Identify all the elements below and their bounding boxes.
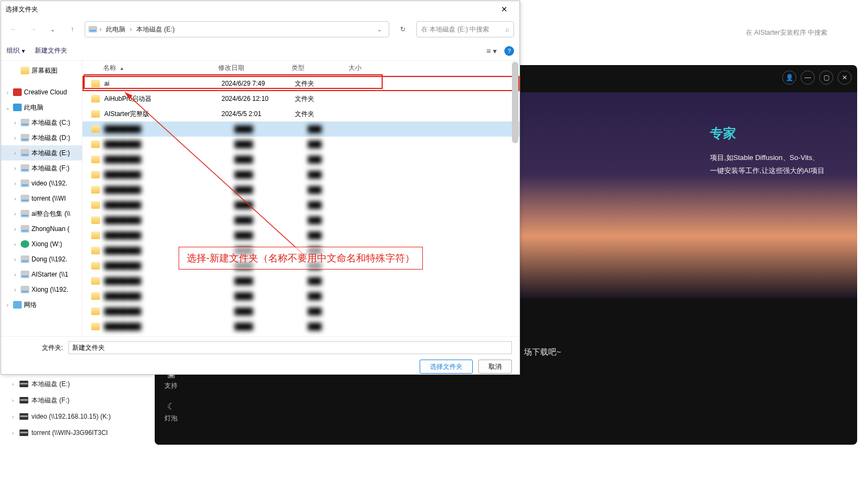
up-button[interactable]: ↑	[65, 22, 79, 36]
tree-item[interactable]: ›本地磁盘 (D:)	[1, 130, 82, 145]
file-row[interactable]: ████████ ████ ███	[83, 137, 519, 152]
folder-icon	[91, 323, 100, 330]
folder-label: 文件夹:	[9, 343, 63, 353]
drive-icon	[20, 397, 28, 403]
folder-dialog: 选择文件夹 ✕ ← → ⌄ ↑ › 此电脑 › 本地磁盘 (E:) ⌄ ↻ 在 …	[1, 1, 520, 375]
tree-item[interactable]: ⌄此电脑	[1, 100, 82, 115]
recent-dropdown[interactable]: ⌄	[46, 22, 60, 36]
column-headers[interactable]: 名称▲ 修改日期 类型 大小	[83, 61, 519, 76]
chevron-icon: ›	[12, 287, 18, 293]
chevron-down-icon: ▾	[22, 47, 25, 55]
tree-item[interactable]: ›ai整合包集 (\\	[1, 206, 82, 221]
user-icon[interactable]: 👤	[782, 71, 796, 85]
chevron-icon: ›	[4, 302, 11, 308]
folder-icon	[91, 216, 100, 224]
scroll-thumb[interactable]	[512, 62, 518, 143]
file-row[interactable]: ████████ ████ ███	[83, 152, 519, 167]
minimize-icon[interactable]: —	[801, 71, 815, 85]
drive-icon	[21, 164, 29, 172]
folder-icon	[91, 262, 100, 270]
file-row[interactable]: AIStarter完整版 2024/5/5 2:01 文件夹	[83, 106, 519, 121]
file-row[interactable]: ████████ ████ ███	[83, 167, 519, 182]
col-type[interactable]: 类型	[286, 63, 343, 73]
select-folder-button[interactable]: 选择文件夹	[420, 360, 473, 374]
breadcrumb-segment[interactable]: 本地磁盘 (E:)	[134, 25, 177, 34]
tree-item[interactable]: ›video (\\192.168.10.15) (K:)	[0, 408, 141, 425]
file-row[interactable]: ████████ ████ ███	[83, 289, 519, 304]
tree-item[interactable]: ›ZhongNuan (	[1, 221, 82, 236]
tree-item[interactable]: ›video (\\192.	[1, 176, 82, 191]
refresh-button[interactable]: ↻	[395, 21, 411, 37]
bg-search[interactable]: 在 AIStarter安装程序 中搜索	[716, 24, 857, 41]
nav-tree[interactable]: 屏幕截图›Creative Cloud⌄此电脑›本地磁盘 (C:)›本地磁盘 (…	[1, 61, 83, 336]
tree-item[interactable]: ›torrent (\\WIN-J3G96IT3CI	[0, 425, 141, 441]
tree-item[interactable]: ›本地磁盘 (F:)	[1, 161, 82, 176]
drive-icon	[21, 180, 29, 187]
tree-label: 本地磁盘 (D:)	[31, 133, 70, 143]
search-icon: ⌕	[505, 25, 509, 33]
tree-label: AIStarter (\\1	[31, 271, 68, 278]
drive-icon	[21, 134, 29, 142]
file-date: 2024/5/5 2:01	[221, 110, 295, 118]
drive-icon	[21, 119, 29, 126]
hero-line: 一键安装等工作,让这些强大的AI项目	[710, 166, 825, 176]
lamp-item[interactable]: ☾灯泡	[164, 401, 178, 423]
tree-label: Xiong (W:)	[31, 240, 62, 248]
tree-item[interactable]: ›Xiong (W:)	[1, 236, 82, 252]
file-row[interactable]: ████████ ████ ███	[83, 228, 519, 243]
file-row[interactable]: ████████ ████ ███	[83, 182, 519, 197]
file-list[interactable]: 名称▲ 修改日期 类型 大小 ai 2024/6/29 7:49 文件夹 AiH…	[83, 61, 519, 336]
breadcrumb-segment[interactable]: 此电脑	[104, 25, 128, 34]
file-row[interactable]: ████████ ████ ███	[83, 273, 519, 289]
file-row[interactable]: ████████ ████ ███	[83, 121, 519, 137]
chevron-icon: ›	[12, 226, 18, 232]
view-button[interactable]: ≡ ▾	[486, 47, 497, 55]
folder-name-input[interactable]	[68, 341, 512, 354]
file-type: 文件夹	[295, 110, 352, 119]
maximize-icon[interactable]: ▢	[819, 71, 833, 85]
tree-item[interactable]: ›torrent (\\WI	[1, 191, 82, 206]
address-bar[interactable]: › 此电脑 › 本地磁盘 (E:) ⌄	[85, 21, 389, 37]
file-row[interactable]: ████████ ████ ███	[83, 213, 519, 228]
tree-item[interactable]: 屏幕截图	[1, 63, 82, 78]
tree-item[interactable]: ›网络	[1, 297, 82, 312]
col-size[interactable]: 大小	[343, 63, 387, 73]
scrollbar[interactable]	[512, 62, 518, 335]
search-input[interactable]: 在 本地磁盘 (E:) 中搜索 ⌕	[416, 21, 514, 37]
col-name[interactable]: 名称▲	[83, 63, 213, 73]
drive-icon	[20, 430, 28, 436]
dialog-footer: 文件夹: 选择文件夹 取消	[1, 336, 519, 374]
close-icon[interactable]: ✕	[838, 71, 852, 85]
file-row[interactable]: AiHubPro启动器 2024/6/26 12:10 文件夹	[83, 91, 519, 106]
drive-icon	[21, 195, 29, 202]
forward-button[interactable]: →	[26, 22, 40, 36]
tree-item[interactable]: ›Creative Cloud	[1, 85, 82, 100]
search-placeholder: 在 本地磁盘 (E:) 中搜索	[421, 25, 489, 34]
tree-item[interactable]: ›AIStarter (\\1	[1, 267, 82, 282]
file-row[interactable]: ████████ ████ ███	[83, 197, 519, 213]
back-button[interactable]: ←	[7, 22, 21, 36]
folder-icon	[91, 95, 100, 102]
help-button[interactable]: ?	[504, 46, 514, 56]
file-row[interactable]: ████████ ████ ███	[83, 319, 519, 334]
dialog-titlebar: 选择文件夹 ✕	[1, 1, 519, 17]
tree-label: 本地磁盘 (F:)	[31, 164, 69, 173]
col-date[interactable]: 修改日期	[213, 63, 286, 73]
tree-item[interactable]: ›本地磁盘 (E:)	[1, 145, 82, 161]
tree-item[interactable]: ›Dong (\\192.	[1, 252, 82, 267]
close-button[interactable]: ✕	[493, 1, 515, 17]
new-folder-button[interactable]: 新建文件夹	[35, 46, 67, 55]
tree-item[interactable]: ›Xiong (\\192.	[1, 282, 82, 297]
tree-label: 本地磁盘 (E:)	[31, 380, 70, 389]
tree-item[interactable]: ›本地磁盘 (E:)	[0, 376, 141, 392]
file-row[interactable]: ████████ ████ ███	[83, 304, 519, 319]
chevron-icon: ›	[4, 89, 11, 95]
address-dropdown[interactable]: ⌄	[373, 25, 385, 33]
tree-item[interactable]: ›本地磁盘 (F:)	[0, 392, 141, 408]
chevron-icon: ›	[10, 398, 16, 403]
chevron-icon: ›	[12, 150, 18, 156]
organize-button[interactable]: 组织 ▾	[7, 46, 25, 55]
tree-item[interactable]: ›本地磁盘 (C:)	[1, 115, 82, 130]
folder-icon	[91, 247, 100, 254]
cancel-button[interactable]: 取消	[478, 360, 512, 374]
